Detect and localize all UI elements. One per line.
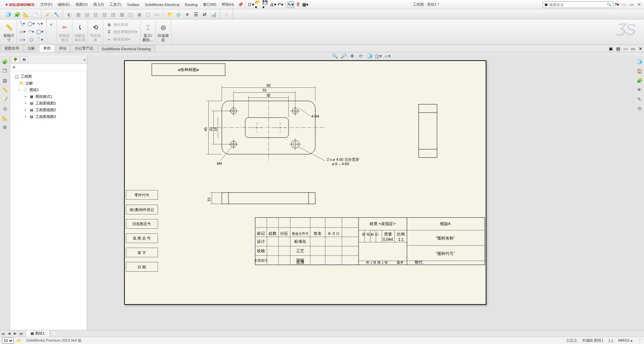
qb-new-draw-icon[interactable]: 📐	[22, 11, 30, 18]
rrail-3[interactable]: 🧩	[636, 77, 643, 84]
rb-mirror[interactable]: ⧉镜向实体	[106, 21, 138, 28]
spline-icon[interactable]: ∿▾	[36, 20, 44, 27]
tree-node-view1[interactable]: + ▤ 工程图视图1	[11, 100, 86, 107]
tab-last[interactable]: ⏭	[18, 331, 24, 337]
zoomfit-icon[interactable]: 🔍	[331, 52, 339, 60]
tab-annotate[interactable]: 注解	[23, 45, 39, 52]
restore-button[interactable]: ▭	[628, 2, 635, 7]
qb-new-asm-icon[interactable]: 🧩	[13, 11, 21, 18]
rb-trim[interactable]: ✂ 剪裁实 体(I)	[57, 20, 72, 44]
rb-move[interactable]: ↔移动实体 ▾	[106, 36, 138, 43]
panel-tab-tree[interactable]: 🌳	[11, 56, 19, 63]
rrail-6[interactable]: ⟲	[636, 105, 643, 112]
help-dropdown-icon[interactable]: ?▾	[613, 1, 620, 8]
drawing-canvas[interactable]: 🔍 🔎 ✥ ⟳ 🧊 ◫▾ ☼▾ ⌀各种材图⌀	[87, 56, 635, 330]
menu-insert[interactable]: 插入(I)	[91, 1, 107, 8]
qb-l3-icon[interactable]: ⇄	[201, 11, 208, 18]
pan-icon[interactable]: ✥	[348, 52, 356, 60]
tab-prev[interactable]: ◀	[6, 331, 12, 337]
tab-next[interactable]: ▶	[12, 331, 18, 337]
qb-wizard-icon[interactable]: 🪄	[44, 11, 51, 18]
tree-node-format1[interactable]: + ▦ 图纸格式1	[11, 93, 86, 100]
filter-bar[interactable]: ▼	[10, 64, 87, 71]
rb-snap[interactable]: ◎ 快速捕 捉	[156, 20, 171, 44]
rrail-5[interactable]: ✎	[636, 95, 643, 103]
tree-root[interactable]: 📋 工程图	[11, 73, 86, 80]
select-icon[interactable]: ↖▾	[287, 1, 294, 8]
status-units[interactable]: MMGS ▴	[618, 338, 633, 343]
panel-tab-prop[interactable]: ▤	[20, 56, 28, 63]
status-help-icon[interactable]: ❔	[637, 338, 642, 343]
new-icon[interactable]: 🗋▾	[248, 1, 254, 8]
layer-selector[interactable]: 10 📁	[2, 338, 21, 344]
rb-offset[interactable]: ⟲ 等距实 体	[88, 20, 103, 44]
pin-icon[interactable]: 📌	[237, 1, 244, 8]
rail-ruler-icon[interactable]: 📐	[1, 114, 9, 122]
menu-swe[interactable]: SolidWorks Electrical	[142, 1, 182, 8]
display-style-icon[interactable]: ◫▾	[374, 52, 382, 60]
rb-smartdim[interactable]: 📏 智能尺 寸	[1, 20, 17, 44]
zoomarea-icon[interactable]: 🔎	[339, 52, 347, 60]
print-icon[interactable]: 🖨▾	[270, 1, 276, 8]
rail-sym-icon[interactable]: ◎	[1, 105, 9, 112]
rebuild-icon[interactable]: 🛢	[295, 1, 302, 8]
sheet-tab-1[interactable]: ▦ 图纸1	[25, 330, 50, 337]
arc-icon[interactable]: ◠▾	[28, 28, 35, 35]
tab-first[interactable]: ⏮	[0, 331, 6, 337]
rail-note-icon[interactable]: 📝	[1, 95, 9, 103]
rrail-2[interactable]: 🏠	[636, 67, 643, 75]
rb-showhide[interactable]: ⌶ 显示/ 删除...	[141, 20, 156, 44]
circle-icon[interactable]: ◯▾	[28, 20, 35, 27]
menu-routing[interactable]: Routing	[182, 1, 200, 8]
slot-icon[interactable]: ⬭▾	[19, 37, 26, 43]
rotate-icon[interactable]: ⟳	[357, 52, 365, 60]
menu-window[interactable]: 窗口(W)	[200, 1, 219, 8]
rail-gear-icon[interactable]: ⚙	[1, 124, 9, 131]
menu-tools[interactable]: 工具(T)	[107, 1, 124, 8]
status-scale[interactable]: 1:1	[608, 339, 613, 343]
tab-evaluate[interactable]: 评估	[55, 45, 71, 52]
shadow-icon[interactable]: ☼▾	[383, 52, 391, 60]
tab-viewlayout[interactable]: 视图布局	[0, 45, 23, 52]
rail-assy-icon[interactable]: 🧩	[1, 58, 9, 65]
search-input[interactable]	[549, 3, 607, 7]
point-icon[interactable]: ✶	[47, 21, 55, 28]
close-button[interactable]: ✕	[635, 2, 643, 7]
layer-combo[interactable]: 10	[2, 338, 14, 344]
tab-swe-drawing[interactable]: SolidWorks Electrical Drawing	[97, 46, 155, 52]
qb-addin-icon[interactable]: 🔧	[53, 11, 60, 18]
qb-layer-icon[interactable]: ◎	[175, 11, 182, 18]
ellipse-icon[interactable]: ◯▾	[36, 28, 44, 35]
rail-part-icon[interactable]: ❐	[1, 67, 9, 75]
tree-node-sheet1[interactable]: − 📄 图纸1	[11, 86, 86, 93]
undo-icon[interactable]: ↶▾	[277, 1, 284, 8]
polygon-icon[interactable]: ⬡	[28, 37, 35, 43]
tab-office[interactable]: 办公室产品	[70, 45, 98, 52]
line-icon[interactable]: ╲▾	[19, 20, 26, 27]
command-search[interactable]: ▣ 🔍	[543, 1, 613, 8]
qb-l1-icon[interactable]: ≡	[183, 11, 191, 18]
rect-icon[interactable]: ▭▾	[19, 28, 26, 35]
menu-view[interactable]: 视图(V)	[73, 1, 91, 8]
menu-file[interactable]: 文件(F)	[38, 1, 55, 8]
drawing-sheet[interactable]: ⌀各种材图⌀ 80 55	[124, 60, 486, 305]
tree-node-view3[interactable]: + ▤ 工程图视图3	[11, 113, 86, 120]
tree-node-view2[interactable]: + ▤ 工程图视图2	[11, 107, 86, 113]
expand-toggle[interactable]: +	[23, 115, 28, 119]
panel-max[interactable]: ▭	[630, 45, 636, 52]
rrail-4[interactable]: 👁	[636, 86, 643, 93]
rb-convert[interactable]: ⤹ 转换实 体引用	[72, 20, 88, 44]
tab-add[interactable]: 📄	[52, 331, 58, 337]
qb-chart-icon[interactable]: 📊	[210, 11, 217, 18]
expand-toggle[interactable]: −	[17, 88, 21, 92]
tab-sketch[interactable]: 草图	[39, 45, 55, 52]
rail-draw-icon[interactable]: ▧	[1, 77, 9, 84]
expand-toggle[interactable]: +	[23, 101, 28, 105]
rrail-1[interactable]: 🧊	[636, 58, 643, 65]
rail-dim-icon[interactable]: 📏	[1, 86, 9, 93]
panel-min[interactable]: —	[622, 45, 629, 52]
qb-grid-icon[interactable]: 📁	[166, 11, 173, 18]
rb-pattern[interactable]: ⠿线性草图阵列 ▾	[106, 28, 138, 36]
fillet-icon[interactable]: ⌒▾	[36, 37, 44, 43]
expand-toggle[interactable]: +	[23, 108, 28, 112]
